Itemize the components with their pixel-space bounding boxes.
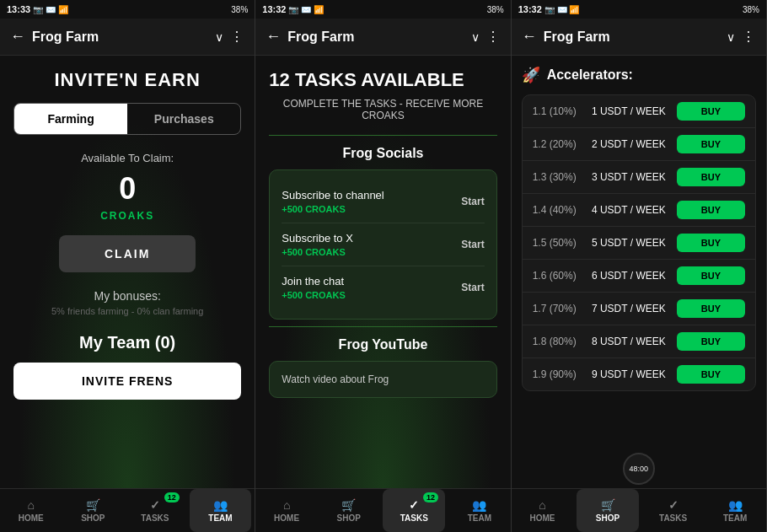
battery-3: 38% [743, 5, 759, 14]
my-team-title: My Team (0) [13, 333, 241, 352]
claim-button[interactable]: CLAIM [59, 235, 196, 272]
nav-shop-label-1: SHOP [81, 513, 105, 523]
panel-invite: 13:33 📷 ✉️ 📶 38% ← Frog Farm ∨ ⋮ INVITE'… [0, 0, 255, 532]
acc-price-1: 2 USDT / WEEK [581, 138, 677, 150]
task-name-0: Subscribe to channel [282, 189, 384, 202]
tasks-icon-3: ✓ [668, 498, 678, 512]
time-2: 13:32 [262, 4, 286, 14]
acc-price-3: 4 USDT / WEEK [581, 204, 677, 216]
available-num: 0 [13, 171, 241, 207]
nav-home-1[interactable]: ⌂ HOME [0, 489, 62, 532]
p2-background: 12 TASKS AVAILABLE COMPLETE THE TASKS - … [255, 56, 510, 488]
back-button-2[interactable]: ← [266, 28, 281, 46]
youtube-task-label: Watch video about Frog [282, 373, 484, 385]
available-unit: CROAKS [13, 210, 241, 222]
nav-shop-label-2: SHOP [337, 513, 361, 523]
task-info-1: Subscribe to X +500 CROAKS [282, 232, 353, 257]
nav-tasks-1[interactable]: 12 ✓ TASKS [124, 489, 186, 532]
task-info-0: Subscribe to channel +500 CROAKS [282, 189, 384, 214]
acc-level-0: 1.1 (10%) [533, 105, 581, 117]
task-start-1[interactable]: Start [461, 239, 484, 250]
task-item-2: Join the chat +500 CROAKS Start [282, 266, 484, 309]
header-title-2: Frog Farm [287, 30, 464, 45]
youtube-card[interactable]: Watch video about Frog [269, 361, 496, 398]
header-2: ← Frog Farm ∨ ⋮ [255, 19, 510, 56]
timer-circle: 48:00 [623, 453, 655, 485]
nav-team-2[interactable]: 👥 TEAM [448, 489, 511, 532]
status-bar-3: 13:32 📷 ✉️ 📶 38% [512, 0, 766, 19]
tab-farming[interactable]: Farming [14, 104, 127, 134]
acc-price-2: 3 USDT / WEEK [581, 171, 677, 183]
available-section: Available To Claim: 0 CROAKS [13, 152, 241, 222]
panel-accelerators: 13:32 📷 ✉️ 📶 38% ← Frog Farm ∨ ⋮ 🚀 Accel… [512, 0, 767, 532]
content-2: 12 TASKS AVAILABLE COMPLETE THE TASKS - … [255, 56, 510, 488]
battery-2: 38% [487, 5, 504, 14]
nav-shop-3[interactable]: 🛒 SHOP [577, 489, 639, 532]
nav-team-1[interactable]: 👥 TEAM [190, 489, 252, 532]
tasks-badge-2: 12 [423, 492, 438, 502]
chevron-down-icon-3[interactable]: ∨ [727, 30, 735, 44]
acc-price-7: 8 USDT / WEEK [581, 336, 677, 347]
task-start-2[interactable]: Start [461, 282, 484, 293]
buy-btn-3[interactable]: BUY [677, 201, 745, 219]
chevron-down-icon-1[interactable]: ∨ [215, 30, 223, 44]
content-1: INVITE'N EARN Farming Purchases Availabl… [0, 56, 255, 488]
timer-value: 48:00 [630, 465, 649, 473]
p1-background: INVITE'N EARN Farming Purchases Availabl… [0, 56, 255, 488]
nav-tasks-3[interactable]: ✓ TASKS [642, 489, 705, 532]
team-icon-2: 👥 [472, 498, 486, 512]
back-button-3[interactable]: ← [522, 28, 537, 46]
more-options-2[interactable]: ⋮ [486, 29, 501, 45]
accelerators-header: 🚀 Accelerators: [522, 66, 756, 84]
bonuses-detail: 5% friends farming - 0% clan farming [13, 306, 241, 316]
task-reward-1: +500 CROAKS [282, 247, 353, 257]
more-options-3[interactable]: ⋮ [742, 29, 756, 45]
tab-purchases[interactable]: Purchases [127, 104, 240, 134]
nav-team-3[interactable]: 👥 TEAM [704, 489, 766, 532]
buy-btn-1[interactable]: BUY [677, 135, 745, 153]
acc-row-2: 1.3 (30%) 3 USDT / WEEK BUY [523, 161, 755, 194]
acc-price-0: 1 USDT / WEEK [581, 105, 677, 117]
bonuses-section: My bonuses: 5% friends farming - 0% clan… [13, 289, 241, 316]
buy-btn-7[interactable]: BUY [677, 332, 745, 351]
nav-home-2[interactable]: ⌂ HOME [255, 489, 318, 532]
buy-btn-6[interactable]: BUY [677, 299, 745, 318]
invite-frens-button[interactable]: INVITE FRENS [13, 363, 241, 400]
task-item-0: Subscribe to channel +500 CROAKS Start [282, 180, 484, 223]
status-icons-1: 📷 ✉️ 📶 [33, 5, 68, 14]
bottom-nav-1: ⌂ HOME 🛒 SHOP 12 ✓ TASKS 👥 TEAM [0, 488, 255, 532]
content-3: 🚀 Accelerators: 1.1 (10%) 1 USDT / WEEK … [512, 56, 766, 488]
nav-tasks-2[interactable]: 12 ✓ TASKS [383, 489, 445, 532]
buy-btn-2[interactable]: BUY [677, 168, 745, 186]
acc-row-4: 1.5 (50%) 5 USDT / WEEK BUY [523, 227, 755, 260]
buy-btn-4[interactable]: BUY [677, 234, 745, 252]
bonuses-label: My bonuses: [13, 289, 241, 303]
team-icon-1: 👥 [213, 498, 228, 512]
tasks-subtitle: COMPLETE THE TASKS - RECEIVE MORE CROAKS [269, 98, 496, 121]
tasks-title: 12 TASKS AVAILABLE [269, 69, 496, 91]
team-icon-3: 👥 [728, 498, 743, 512]
nav-home-3[interactable]: ⌂ HOME [512, 489, 574, 532]
nav-shop-2[interactable]: 🛒 SHOP [318, 489, 380, 532]
task-name-1: Subscribe to X [282, 232, 353, 245]
buy-btn-5[interactable]: BUY [677, 266, 745, 285]
tasks-icon-2: ✓ [409, 498, 419, 512]
buy-btn-0[interactable]: BUY [677, 102, 745, 121]
acc-row-7: 1.8 (80%) 8 USDT / WEEK BUY [523, 325, 755, 358]
panel-tasks: 13:32 📷 ✉️ 📶 38% ← Frog Farm ∨ ⋮ 12 TASK… [255, 0, 511, 532]
nav-home-label-2: HOME [274, 513, 299, 523]
back-button-1[interactable]: ← [10, 28, 25, 46]
task-start-0[interactable]: Start [461, 196, 484, 207]
chevron-down-icon-2[interactable]: ∨ [471, 30, 480, 44]
acc-level-7: 1.8 (80%) [533, 336, 581, 347]
buy-btn-8[interactable]: BUY [677, 365, 745, 384]
more-options-1[interactable]: ⋮ [230, 29, 244, 45]
acc-level-4: 1.5 (50%) [533, 237, 581, 249]
task-card-socials: Subscribe to channel +500 CROAKS Start S… [269, 169, 496, 320]
acc-row-8: 1.9 (90%) 9 USDT / WEEK BUY [523, 358, 755, 390]
status-left-1: 13:33 📷 ✉️ 📶 [7, 4, 68, 14]
nav-shop-1[interactable]: 🛒 SHOP [62, 489, 125, 532]
battery-1: 38% [231, 5, 248, 14]
status-bar-1: 13:33 📷 ✉️ 📶 38% [0, 0, 255, 19]
acc-row-5: 1.6 (60%) 6 USDT / WEEK BUY [523, 260, 755, 293]
